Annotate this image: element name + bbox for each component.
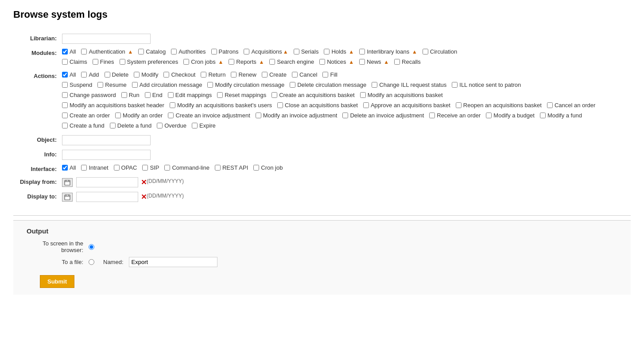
module-reports[interactable]: Reports ▲ xyxy=(229,58,264,65)
action-modcircmsg[interactable]: Modify circulation message xyxy=(207,82,284,88)
action-reopenbasket[interactable]: Reopen an acquisitions basket xyxy=(456,102,542,109)
action-addcircmsg[interactable]: Add circulation message xyxy=(132,82,202,88)
module-cronjobs[interactable]: Cron jobs ▲ xyxy=(183,58,223,65)
librarian-input[interactable] xyxy=(62,34,151,44)
module-serials[interactable]: Serials xyxy=(294,48,319,55)
interface-row: Interface: All Intranet OPAC xyxy=(13,164,631,173)
interface-restapi[interactable]: REST API xyxy=(215,164,248,171)
actions-group: All Add Delete Modify xyxy=(62,71,631,131)
action-createorder[interactable]: Create an order xyxy=(62,112,110,119)
module-catalog[interactable]: Catalog xyxy=(138,48,166,55)
display-from-clear-button[interactable]: ✕ xyxy=(141,178,147,186)
action-modinvoiceadj[interactable]: Modify an invoice adjustment xyxy=(256,112,338,119)
display-from-label: Display from: xyxy=(13,177,62,185)
action-delete[interactable]: Delete xyxy=(105,71,129,78)
file-radio[interactable] xyxy=(89,259,94,265)
action-suspend[interactable]: Suspend xyxy=(62,82,92,88)
action-approvebasket[interactable]: Approve an acquisitions basket xyxy=(363,102,450,109)
warn-icon: ▲ xyxy=(412,49,417,55)
interface-group: All Intranet OPAC SIP xyxy=(62,164,631,173)
info-input[interactable] xyxy=(62,150,151,160)
interface-cronjob[interactable]: Cron job xyxy=(253,164,283,171)
module-news[interactable]: News ▲ xyxy=(359,58,389,65)
module-patrons[interactable]: Patrons xyxy=(211,48,239,55)
interface-sip[interactable]: SIP xyxy=(142,164,159,171)
action-end[interactable]: End xyxy=(145,92,163,98)
module-claims[interactable]: Claims xyxy=(62,58,87,65)
display-to-format: (DD/MM/YYYY) xyxy=(147,193,184,199)
action-return[interactable]: Return xyxy=(201,71,225,78)
action-delcircmsg[interactable]: Delete circulation message xyxy=(290,82,366,88)
action-fill[interactable]: Fill xyxy=(322,71,338,78)
action-changepwd[interactable]: Change password xyxy=(62,92,116,98)
calendar-icon[interactable] xyxy=(62,193,73,202)
module-acquisitions[interactable]: Acquisitions▲ xyxy=(244,48,288,55)
action-renew[interactable]: Renew xyxy=(231,71,256,78)
module-ill[interactable]: Interlibrary loans ▲ xyxy=(359,48,417,55)
object-input[interactable] xyxy=(62,135,151,145)
warn-icon: ▲ xyxy=(218,59,223,65)
module-notices[interactable]: Notices ▲ xyxy=(319,58,354,65)
action-createfund[interactable]: Create a fund xyxy=(62,122,105,129)
file-label: To a file: xyxy=(27,259,89,265)
modules-group: All Authentication ▲ Catalog Authorities xyxy=(62,48,631,67)
warn-icon: ▲ xyxy=(283,49,288,55)
action-modbasketheader[interactable]: Modify an acquisitions basket header xyxy=(62,102,164,109)
action-modbasket[interactable]: Modify an acquisitions basket xyxy=(360,92,443,98)
action-resume[interactable]: Resume xyxy=(97,82,126,88)
display-to-row: Display to: ✕ (DD/MM/YYYY) xyxy=(13,192,631,202)
calendar-icon[interactable] xyxy=(62,178,73,187)
action-all[interactable]: All xyxy=(62,71,76,78)
action-delinvoiceadj[interactable]: Delete an invoice adjustment xyxy=(342,112,424,119)
module-recalls[interactable]: Recalls xyxy=(394,58,421,65)
action-modbudget[interactable]: Modify a budget xyxy=(486,112,535,119)
module-authentication[interactable]: Authentication ▲ xyxy=(81,48,133,55)
module-holds[interactable]: Holds ▲ xyxy=(324,48,354,55)
action-cancel[interactable]: Cancel xyxy=(292,71,317,78)
interface-all[interactable]: All xyxy=(62,164,76,171)
action-createbasket[interactable]: Create an acquisitions basket xyxy=(272,92,355,98)
display-to-label: Display to: xyxy=(13,192,62,200)
module-circulation[interactable]: Circulation xyxy=(423,48,457,55)
interface-opac[interactable]: OPAC xyxy=(114,164,137,171)
action-modfund[interactable]: Modify a fund xyxy=(540,112,582,119)
action-cancelorder[interactable]: Cancel an order xyxy=(547,102,596,109)
interface-intranet[interactable]: Intranet xyxy=(81,164,108,171)
screen-radio[interactable] xyxy=(89,244,94,250)
action-createinvoiceadj[interactable]: Create an invoice adjustment xyxy=(168,112,250,119)
action-closebasket[interactable]: Close an acquisitions basket xyxy=(277,102,358,109)
named-label: Named: xyxy=(103,259,124,265)
action-resetmappings[interactable]: Reset mappings xyxy=(217,92,266,98)
action-deletefund[interactable]: Delete a fund xyxy=(110,122,151,129)
action-run[interactable]: Run xyxy=(121,92,140,98)
display-from-input[interactable] xyxy=(76,177,138,187)
action-expire[interactable]: Expire xyxy=(192,122,216,129)
actions-label: Actions: xyxy=(13,71,62,79)
action-modbasketusers[interactable]: Modify an acquisitions basket's users xyxy=(170,102,272,109)
module-all[interactable]: All xyxy=(62,48,76,55)
module-fines[interactable]: Fines xyxy=(93,58,114,65)
action-overdue[interactable]: Overdue xyxy=(157,122,186,129)
action-illnotice[interactable]: ILL notice sent to patron xyxy=(452,82,521,88)
file-output-row: To a file: Named: xyxy=(27,257,617,267)
module-authorities[interactable]: Authorities xyxy=(171,48,206,55)
action-modify[interactable]: Modify xyxy=(134,71,158,78)
display-to-clear-button[interactable]: ✕ xyxy=(141,193,147,201)
named-input[interactable] xyxy=(129,257,217,267)
action-receiveorder[interactable]: Receive an order xyxy=(429,112,481,119)
display-to-input[interactable] xyxy=(76,192,138,202)
info-label: Info: xyxy=(13,150,62,158)
action-create[interactable]: Create xyxy=(262,71,287,78)
submit-button[interactable]: Submit xyxy=(40,275,74,288)
action-modorder[interactable]: Modify an order xyxy=(115,112,163,119)
action-changeill[interactable]: Change ILL request status xyxy=(372,82,446,88)
action-editmappings[interactable]: Edit mappings xyxy=(168,92,212,98)
interface-cmdline[interactable]: Command-line xyxy=(164,164,209,171)
svg-rect-4 xyxy=(65,195,70,200)
page-title: Browse system logs xyxy=(13,9,631,20)
librarian-row: Librarian: xyxy=(13,34,631,44)
module-searchengine[interactable]: Search engine xyxy=(269,58,314,65)
module-sysprefs[interactable]: System preferences xyxy=(120,58,178,65)
action-add[interactable]: Add xyxy=(81,71,99,78)
action-checkout[interactable]: Checkout xyxy=(163,71,195,78)
